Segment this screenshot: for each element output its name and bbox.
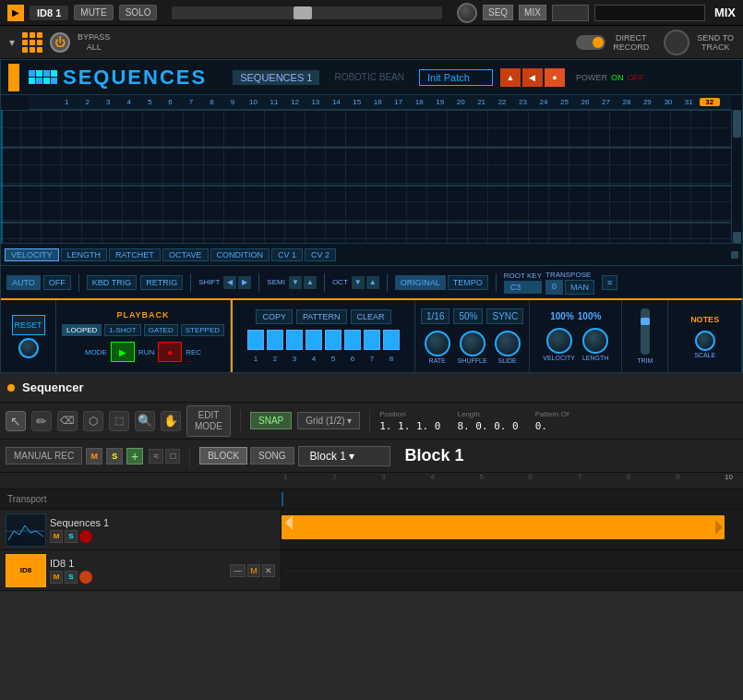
preset-btn-1[interactable]: ▲ [500,68,521,87]
cv1-param-btn[interactable]: CV 1 [271,248,303,261]
step-1[interactable] [247,330,264,350]
block-button[interactable]: BLOCK [199,447,247,465]
grid-select[interactable]: Grid (1/2) ▾ [297,412,360,429]
row-solo-button[interactable]: S [106,448,123,465]
tempo-btn[interactable]: TEMPO [448,275,488,290]
block-select[interactable]: Block 1 ▾ [298,446,390,466]
velocity-knob[interactable] [546,328,572,354]
song-button[interactable]: SONG [250,447,294,465]
step-6[interactable] [344,330,361,350]
octave-param-btn[interactable]: OCTAVE [162,248,209,261]
solo-button[interactable]: SOLO [119,5,158,20]
step-8[interactable] [383,330,400,350]
velocity-param-btn[interactable]: VELOCITY [5,248,59,261]
hand-tool[interactable]: ✋ [161,411,181,431]
semi-down-arrow[interactable]: ▼ [289,276,302,289]
rec-button[interactable]: ● [158,342,182,362]
track-solo-id8[interactable]: S [65,571,78,584]
pan-knob[interactable] [457,3,477,23]
eraser-tool[interactable]: ⌫ [57,411,78,431]
rate-knob[interactable] [425,331,450,356]
shuffle-knob[interactable] [460,331,485,356]
step-7[interactable] [364,330,380,350]
select-tool[interactable]: ⬚ [109,411,129,431]
power-button[interactable]: ⏻ [50,32,70,53]
track-record-sequences[interactable] [79,530,92,543]
reset-button[interactable]: RESET [12,315,45,335]
id8-minus-btn[interactable]: — [230,564,246,577]
clear-button[interactable]: CLEAR [351,309,391,324]
manual-rec-button[interactable]: MANUAL REC [6,447,82,465]
zoom-tool[interactable]: 🔍 [135,411,155,431]
param-scroll-right[interactable] [731,251,738,259]
slide-knob[interactable] [495,331,521,356]
copy-button[interactable]: COPY [256,309,293,324]
track-mute-id8[interactable]: M [50,571,63,584]
reset-knob[interactable] [18,338,39,358]
track-solo-sequences[interactable]: S [65,530,78,543]
retrig-btn[interactable]: RETRIG [140,275,183,290]
step-4[interactable] [306,330,322,350]
oct-up-arrow[interactable]: ▲ [366,276,379,289]
shift-right-arrow[interactable]: ▶ [238,276,251,289]
seq-button[interactable]: SEQ [483,5,513,20]
track-record-id8[interactable] [79,571,92,584]
run-button[interactable]: ▶ [111,342,135,362]
sync-pct-val[interactable]: 50% [453,308,483,324]
condition-param-btn[interactable]: CONDITION [210,248,270,261]
ratchet-param-btn[interactable]: RATCHET [109,248,161,261]
oct-down-arrow[interactable]: ▼ [352,276,365,289]
step-2[interactable] [267,330,283,350]
track-pattern-bar[interactable] [282,515,725,539]
row-icon-2[interactable]: □ [165,449,180,464]
original-btn[interactable]: ORIGINAL [395,275,446,290]
row-mute-button[interactable]: M [86,448,102,465]
preset-btn-2[interactable]: ◀ [522,68,543,87]
row-icon-1[interactable]: ≈ [149,449,163,464]
gated-btn[interactable]: GATED [144,324,178,336]
init-patch-box[interactable]: Init Patch [419,69,493,86]
sync-rate-val[interactable]: 1/16 [421,308,449,324]
pattern-button[interactable]: PATTERN [296,309,347,324]
cv2-param-btn[interactable]: CV 2 [305,248,336,261]
preset-btn-3[interactable]: ● [545,68,565,87]
sync-val[interactable]: SYNC [486,308,523,324]
kbd-trig-btn[interactable]: KBD TRIG [87,275,137,290]
snap-button[interactable]: SNAP [250,412,292,429]
step-5[interactable] [325,330,342,350]
id8-mute-btn[interactable]: M [247,564,260,577]
pencil-tool[interactable]: ✏ [31,411,52,431]
scale-knob[interactable] [695,331,715,351]
man-btn[interactable]: MAN [565,280,594,295]
transpose-value[interactable]: 0 [545,280,563,295]
piano-roll-grid[interactable] [1,110,742,243]
play-button[interactable]: ▶ [7,5,24,21]
auto-btn[interactable]: AUTO [6,275,41,290]
one-shot-btn[interactable]: 1-SHOT [104,324,140,336]
inst-arrow-icon[interactable]: ▾ [9,36,15,49]
stepped-btn[interactable]: STEPPED [181,324,224,336]
shift-left-arrow[interactable]: ◀ [223,276,236,289]
menu-btn[interactable]: ≡ [602,275,617,290]
id8-close-btn[interactable]: ✕ [262,564,275,577]
track-mute-sequences[interactable]: M [50,530,63,543]
track-content-sequences[interactable]: Pattern Select M ✕ [282,510,743,549]
direct-record-toggle[interactable] [576,35,605,50]
off-btn[interactable]: OFF [43,275,71,290]
track-content-id8[interactable] [282,550,743,590]
cursor-tool[interactable]: ↖ [6,411,26,431]
trim-slider[interactable] [641,308,650,355]
add-track-button[interactable]: + [126,448,143,465]
vertical-scrollbar[interactable] [731,110,742,243]
paint-tool[interactable]: ⬡ [83,411,103,431]
length-param-btn[interactable]: LENGTH [61,248,108,261]
send-to-track-icon[interactable] [664,30,689,55]
edit-mode-button[interactable]: EDIT MODE [186,405,231,437]
volume-slider[interactable] [172,6,442,19]
semi-up-arrow[interactable]: ▲ [304,276,317,289]
mute-button[interactable]: MUTE [74,5,113,20]
step-3[interactable] [286,330,303,350]
root-key-value[interactable]: C3 [504,281,542,294]
looped-btn[interactable]: LOOPED [62,324,102,336]
length-knob[interactable] [582,328,608,354]
